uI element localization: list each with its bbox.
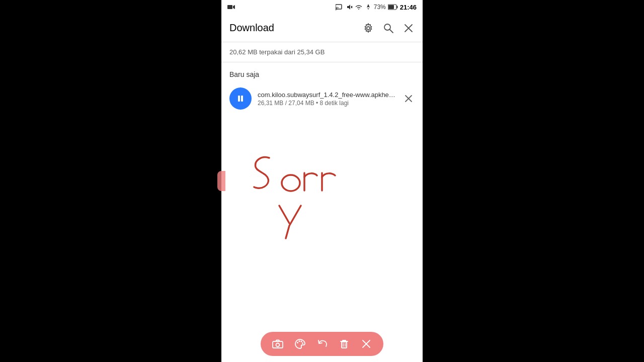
- palette-icon: [294, 338, 305, 349]
- svg-point-22: [297, 342, 298, 343]
- undo-icon: [316, 338, 328, 349]
- svg-line-12: [390, 29, 393, 33]
- svg-rect-8: [396, 6, 397, 9]
- app-header: Download: [221, 14, 423, 42]
- time-display: 21:46: [400, 4, 417, 11]
- svg-rect-9: [388, 5, 394, 9]
- undo-button[interactable]: [313, 335, 331, 353]
- toolbar-close-button[interactable]: [357, 335, 375, 353]
- battery-text: 73%: [374, 4, 386, 11]
- toolbar-pill: [261, 332, 383, 356]
- bottom-toolbar: [261, 330, 383, 358]
- section-label: Baru saja: [221, 62, 423, 82]
- storage-info: 20,62 MB terpakai dari 25,34 GB: [221, 42, 423, 62]
- download-meta: 26,31 MB / 27,04 MB • 8 detik lagi: [258, 100, 396, 107]
- drawing-svg: [221, 115, 423, 362]
- airplane-icon: [365, 4, 372, 11]
- battery-icon: [388, 4, 398, 10]
- svg-rect-15: [238, 96, 240, 102]
- delete-button[interactable]: [335, 335, 353, 353]
- svg-point-24: [301, 341, 302, 342]
- svg-rect-26: [342, 342, 347, 348]
- svg-point-19: [282, 175, 300, 191]
- svg-marker-1: [233, 5, 235, 9]
- camera-recording-icon: [227, 4, 235, 10]
- status-bar-right: 73% 21:46: [336, 4, 417, 11]
- close-button[interactable]: [403, 22, 415, 34]
- mute-icon: [346, 4, 353, 11]
- close-icon: [403, 23, 414, 34]
- svg-point-21: [276, 343, 280, 347]
- pause-button[interactable]: [229, 87, 252, 110]
- cast-icon: [336, 4, 344, 11]
- camera-button[interactable]: [269, 335, 287, 353]
- wifi-icon: [355, 4, 363, 10]
- remove-download-button[interactable]: [403, 93, 415, 105]
- svg-point-23: [299, 340, 300, 342]
- palette-button[interactable]: [291, 335, 309, 353]
- status-bar: 73% 21:46: [221, 0, 423, 14]
- svg-marker-4: [347, 5, 350, 10]
- delete-icon: [339, 338, 350, 349]
- header-icons: [362, 22, 415, 34]
- pause-icon: [236, 94, 245, 103]
- drawing-area[interactable]: [221, 115, 423, 362]
- page-title: Download: [229, 22, 362, 34]
- settings-button[interactable]: [362, 22, 374, 34]
- close-item-icon: [404, 94, 413, 103]
- svg-point-3: [336, 10, 337, 11]
- toolbar-close-icon: [361, 338, 372, 349]
- search-icon: [383, 23, 394, 34]
- download-item: com.kiloo.subwaysurf_1.4.2_free-www.apkh…: [221, 82, 423, 115]
- status-bar-left: [227, 4, 235, 10]
- camera-toolbar-icon: [272, 338, 283, 349]
- svg-point-25: [302, 342, 303, 344]
- svg-point-10: [367, 27, 370, 30]
- svg-rect-0: [227, 5, 232, 9]
- gear-icon: [363, 23, 374, 34]
- search-button[interactable]: [382, 22, 394, 34]
- download-filename: com.kiloo.subwaysurf_1.4.2_free-www.apkh…: [258, 91, 396, 99]
- storage-text: 20,62 MB terpakai dari 25,34 GB: [229, 48, 325, 56]
- download-info: com.kiloo.subwaysurf_1.4.2_free-www.apkh…: [258, 91, 396, 107]
- svg-rect-16: [241, 96, 243, 102]
- phone-screen: 73% 21:46 Download: [221, 0, 423, 362]
